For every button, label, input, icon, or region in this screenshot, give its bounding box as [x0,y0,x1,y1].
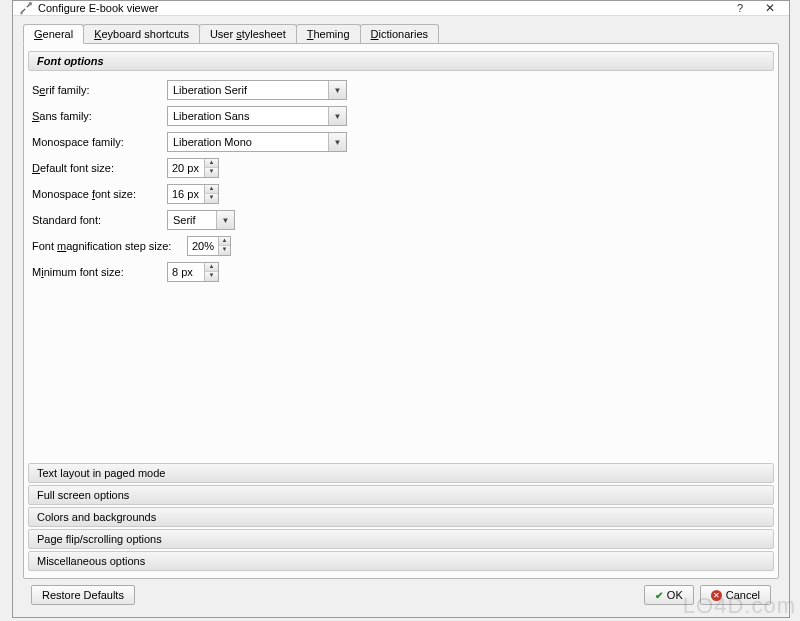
min-size-label: Minimum font size: [32,266,167,278]
mag-label: Font magnification step size: [32,240,187,252]
content-area: General Keyboard shortcuts User styleshe… [13,16,789,617]
tab-general[interactable]: General [23,24,84,44]
svg-point-0 [29,2,33,6]
mono-combo[interactable]: Liberation Mono ▼ [167,132,347,152]
font-options-fields: Serif family: Liberation Serif ▼ Sans fa… [28,73,774,291]
tab-panel: Font options Serif family: Liberation Se… [23,43,779,579]
tab-dictionaries[interactable]: Dictionaries [360,24,439,43]
help-button[interactable]: ? [725,2,755,14]
mono-size-spin[interactable]: 16 px ▲▼ [167,184,219,204]
tools-icon [19,1,33,15]
mag-spin[interactable]: 20% ▲▼ [187,236,231,256]
sans-combo[interactable]: Liberation Sans ▼ [167,106,347,126]
standard-font-label: Standard font: [32,214,167,226]
chevron-down-icon: ▼ [216,211,234,229]
section-colors[interactable]: Colors and backgrounds [28,507,774,527]
section-font-options[interactable]: Font options [28,51,774,71]
window-title: Configure E-book viewer [38,2,725,14]
sans-label: Sans family: [32,110,167,122]
spin-down-icon[interactable]: ▼ [204,272,218,281]
spin-down-icon[interactable]: ▼ [204,194,218,203]
chevron-down-icon: ▼ [328,133,346,151]
mono-label: Monospace family: [32,136,167,148]
spin-up-icon[interactable]: ▲ [204,185,218,194]
close-button[interactable]: ✕ [755,1,785,15]
serif-label: Serif family: [32,84,167,96]
section-fullscreen[interactable]: Full screen options [28,485,774,505]
tab-theming[interactable]: Theming [296,24,361,43]
panel-scroll[interactable]: Font options Serif family: Liberation Se… [24,44,778,578]
tab-bar: General Keyboard shortcuts User styleshe… [23,24,779,43]
restore-defaults-button[interactable]: Restore Defaults [31,585,135,605]
cancel-icon: ✕ [711,590,722,601]
chevron-down-icon: ▼ [328,107,346,125]
mono-size-label: Monospace font size: [32,188,167,200]
titlebar: Configure E-book viewer ? ✕ [13,1,789,16]
spin-up-icon[interactable]: ▲ [204,263,218,272]
spin-down-icon[interactable]: ▼ [218,246,230,255]
ok-button[interactable]: ✔ OK [644,585,694,605]
footer: Restore Defaults ✔ OK ✕ Cancel [23,579,779,611]
serif-combo[interactable]: Liberation Serif ▼ [167,80,347,100]
spin-up-icon[interactable]: ▲ [218,237,230,246]
cancel-button[interactable]: ✕ Cancel [700,585,771,605]
section-misc[interactable]: Miscellaneous options [28,551,774,571]
section-pageflip[interactable]: Page flip/scrolling options [28,529,774,549]
default-size-spin[interactable]: 20 px ▲▼ [167,158,219,178]
standard-font-combo[interactable]: Serif ▼ [167,210,235,230]
spin-down-icon[interactable]: ▼ [204,168,218,177]
check-icon: ✔ [655,590,663,601]
tab-stylesheet[interactable]: User stylesheet [199,24,297,43]
dialog-window: Configure E-book viewer ? ✕ General Keyb… [12,0,790,618]
default-size-label: Default font size: [32,162,167,174]
min-size-spin[interactable]: 8 px ▲▼ [167,262,219,282]
spacer [28,291,774,461]
section-text-layout[interactable]: Text layout in paged mode [28,463,774,483]
chevron-down-icon: ▼ [328,81,346,99]
spin-up-icon[interactable]: ▲ [204,159,218,168]
tab-keyboard[interactable]: Keyboard shortcuts [83,24,200,43]
